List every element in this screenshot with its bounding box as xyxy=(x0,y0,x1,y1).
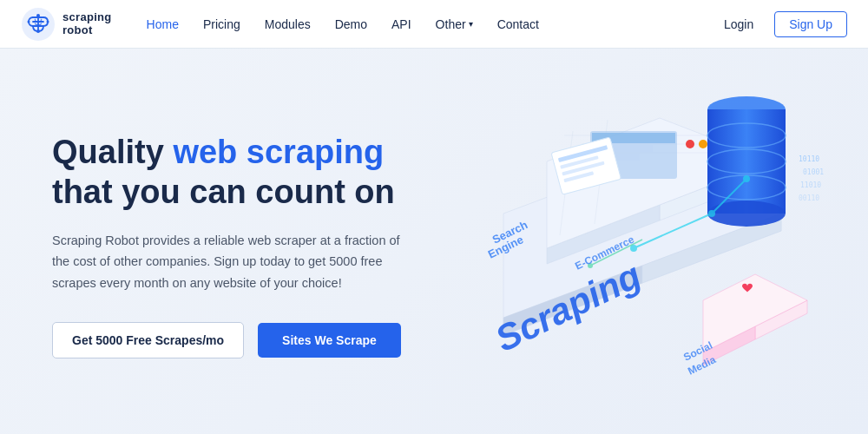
navbar: scraping robot Home Pricing Modules Demo… xyxy=(0,0,868,49)
free-scrapes-button[interactable]: Get 5000 Free Scrapes/mo xyxy=(52,322,244,358)
svg-point-22 xyxy=(686,140,694,148)
nav-actions: Login Sign Up xyxy=(712,11,847,37)
nav-home[interactable]: Home xyxy=(147,17,179,31)
hero-section: Quality web scraping that you can count … xyxy=(0,49,868,434)
svg-text:11010: 11010 xyxy=(800,181,821,189)
hero-buttons: Get 5000 Free Scrapes/mo Sites We Scrape xyxy=(52,322,469,358)
nav-contact[interactable]: Contact xyxy=(497,17,539,31)
hero-description: Scraping Robot provides a reliable web s… xyxy=(52,230,417,294)
sites-we-scrape-button[interactable]: Sites We Scrape xyxy=(258,323,401,358)
logo-text: scraping robot xyxy=(62,11,112,36)
nav-pricing[interactable]: Pricing xyxy=(203,17,240,31)
svg-text:01001: 01001 xyxy=(803,168,824,176)
login-button[interactable]: Login xyxy=(712,12,766,36)
svg-point-2 xyxy=(28,20,30,23)
chevron-down-icon: ▾ xyxy=(469,19,473,29)
hero-title: Quality web scraping that you can count … xyxy=(52,133,469,212)
svg-point-38 xyxy=(708,210,715,217)
svg-point-3 xyxy=(47,20,49,23)
hero-content: Quality web scraping that you can count … xyxy=(52,133,469,358)
svg-point-1 xyxy=(36,14,40,17)
svg-point-27 xyxy=(707,201,786,227)
svg-point-4 xyxy=(36,30,40,33)
logo-icon xyxy=(21,7,56,42)
svg-rect-26 xyxy=(707,109,786,214)
logo[interactable]: scraping robot xyxy=(21,7,112,42)
nav-links: Home Pricing Modules Demo API Other ▾ Co… xyxy=(147,17,712,31)
svg-text:10110: 10110 xyxy=(799,155,819,163)
svg-point-23 xyxy=(699,140,707,148)
nav-api[interactable]: API xyxy=(391,17,411,31)
svg-point-39 xyxy=(743,175,750,182)
svg-text:00110: 00110 xyxy=(799,194,819,202)
signup-button[interactable]: Sign Up xyxy=(774,11,847,37)
nav-other[interactable]: Other ▾ xyxy=(436,17,473,31)
hero-illustration: 10110 01001 11010 00110 xyxy=(417,49,868,434)
nav-demo[interactable]: Demo xyxy=(335,17,367,31)
nav-modules[interactable]: Modules xyxy=(265,17,311,31)
